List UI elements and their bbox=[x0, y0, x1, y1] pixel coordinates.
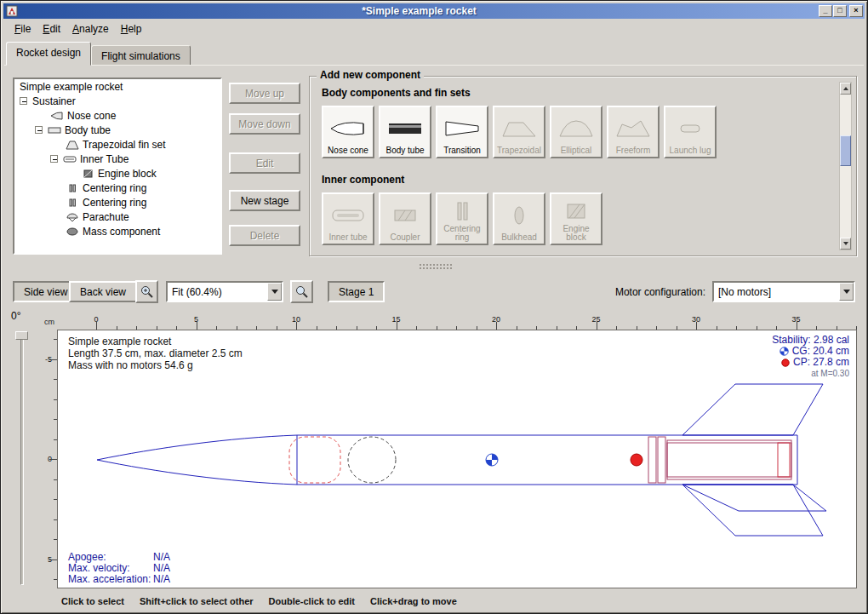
hint-click-select: Click to select bbox=[61, 596, 124, 606]
centering-ring-icon bbox=[66, 183, 79, 193]
max-acceleration-value: N/A bbox=[153, 574, 170, 585]
magnifier-icon bbox=[294, 284, 309, 299]
add-new-component-group: Add new component Body components and fi… bbox=[309, 76, 857, 256]
flight-info: Apogee:N/A Max. velocity:N/A Max. accele… bbox=[68, 552, 170, 585]
hint-click-drag: Click+drag to move bbox=[370, 596, 457, 606]
centering-ring-shape bbox=[658, 437, 665, 483]
scroll-up-icon[interactable] bbox=[840, 83, 851, 95]
menu-bar: File Edit Analyze Help bbox=[3, 20, 865, 37]
panel-divider bbox=[4, 65, 864, 66]
move-down-button: Move down bbox=[229, 113, 300, 135]
tree-item-trapezoidal-fin-set[interactable]: Trapezoidal fin set bbox=[14, 137, 220, 152]
add-centering-ring-button: Centering ring bbox=[436, 192, 488, 245]
tree-item-centering-ring-2[interactable]: Centering ring bbox=[14, 195, 220, 209]
tab-flight-simulations[interactable]: Flight simulations bbox=[91, 45, 191, 66]
app-icon bbox=[6, 5, 18, 17]
transition-icon bbox=[443, 118, 481, 140]
add-bulkhead-button: Bulkhead bbox=[493, 192, 545, 245]
rotation-slider-track bbox=[20, 333, 24, 585]
delete-button: Delete bbox=[229, 225, 300, 246]
cg-icon bbox=[779, 347, 789, 356]
rocket-canvas[interactable]: Simple example rocket Length 37.5 cm, ma… bbox=[57, 330, 857, 588]
title-bar: *Simple example rocket _ □ × bbox=[3, 3, 865, 19]
chevron-down-icon[interactable] bbox=[839, 283, 854, 301]
scrollbar-thumb[interactable] bbox=[840, 135, 851, 166]
fin-lower-projection bbox=[682, 485, 826, 511]
tree-item-nose-cone[interactable]: Nose cone bbox=[14, 108, 220, 123]
add-transition-button[interactable]: Transition bbox=[436, 106, 488, 158]
tree-item-mass-component[interactable]: Mass component bbox=[14, 224, 220, 238]
component-panel-scrollbar bbox=[839, 82, 852, 250]
scroll-down-icon[interactable] bbox=[840, 238, 851, 250]
back-view-button[interactable]: Back view bbox=[69, 281, 137, 302]
nose-cone-icon bbox=[50, 111, 64, 121]
rocket-name: Simple example rocket bbox=[68, 336, 243, 347]
add-nose-cone-button[interactable]: Nose cone bbox=[322, 106, 374, 158]
inner-tube-icon bbox=[329, 204, 367, 227]
menu-edit[interactable]: Edit bbox=[37, 21, 66, 37]
minimize-button[interactable]: _ bbox=[819, 5, 832, 17]
mass-component-outline bbox=[348, 437, 396, 483]
new-stage-button[interactable]: New stage bbox=[229, 190, 300, 211]
tree-item-inner-tube[interactable]: Inner Tube bbox=[14, 152, 220, 166]
rocket-info: Simple example rocket Length 37.5 cm, ma… bbox=[68, 336, 243, 371]
body-components-label: Body components and fin sets bbox=[322, 87, 471, 99]
add-freeform-fin-button: Freeform bbox=[607, 106, 660, 158]
add-elliptical-fin-button: Elliptical bbox=[550, 106, 602, 158]
engine-block-icon bbox=[81, 169, 94, 179]
group-title: Add new component bbox=[317, 69, 424, 81]
splitter-handle[interactable] bbox=[420, 264, 452, 269]
expander-minus-icon[interactable] bbox=[50, 155, 58, 163]
centering-ring-icon bbox=[443, 200, 481, 222]
zoom-fit-button[interactable] bbox=[290, 280, 313, 303]
rotation-slider-handle[interactable] bbox=[15, 331, 28, 340]
inner-tube-shape bbox=[667, 440, 791, 479]
tree-item-centering-ring-1[interactable]: Centering ring bbox=[14, 181, 220, 195]
add-coupler-button: Coupler bbox=[379, 192, 431, 245]
fin-lower-shape bbox=[682, 485, 823, 536]
edit-button: Edit bbox=[229, 152, 300, 174]
stage-1-toggle[interactable]: Stage 1 bbox=[328, 281, 385, 302]
trapezoidal-fin-icon bbox=[500, 118, 538, 140]
magnifier-icon bbox=[140, 284, 154, 299]
coupler-icon bbox=[386, 204, 424, 227]
tree-item-sustainer[interactable]: Sustainer bbox=[14, 94, 220, 108]
expander-minus-icon[interactable] bbox=[35, 126, 43, 134]
menu-analyze[interactable]: Analyze bbox=[66, 21, 115, 37]
vertical-ruler: -5 0 5 bbox=[42, 330, 57, 588]
centering-ring-icon bbox=[66, 198, 79, 208]
launch-lug-icon bbox=[671, 118, 709, 140]
add-body-tube-button[interactable]: Body tube bbox=[379, 106, 431, 158]
inner-component-label: Inner component bbox=[322, 174, 404, 186]
engine-block-shape bbox=[778, 443, 790, 477]
elliptical-fin-icon bbox=[557, 118, 595, 140]
status-bar: Click to select Shift+click to select ot… bbox=[3, 592, 865, 611]
zoom-level-select[interactable]: Fit (60.4%) bbox=[166, 281, 283, 302]
tree-item-rocket[interactable]: Simple example rocket bbox=[14, 79, 220, 94]
rocket-mass: Mass with no motors 54.6 g bbox=[68, 359, 243, 371]
motor-configuration-select[interactable]: [No motors] bbox=[712, 281, 855, 302]
parachute-icon bbox=[66, 212, 79, 222]
move-up-button: Move up bbox=[229, 83, 300, 104]
hint-double-click: Double-click to edit bbox=[269, 596, 355, 606]
tree-item-body-tube[interactable]: Body tube bbox=[14, 123, 220, 137]
menu-file[interactable]: File bbox=[9, 21, 37, 37]
tab-rocket-design[interactable]: Rocket design bbox=[6, 42, 91, 66]
tree-item-parachute[interactable]: Parachute bbox=[14, 209, 220, 224]
fin-set-icon bbox=[66, 140, 79, 150]
menu-help[interactable]: Help bbox=[115, 21, 148, 37]
cp-value: CP: 27.8 cm bbox=[793, 357, 849, 368]
application-window: *Simple example rocket _ □ × File Edit A… bbox=[0, 0, 868, 614]
expander-minus-icon[interactable] bbox=[20, 97, 27, 105]
rotation-angle-label: 0° bbox=[11, 310, 20, 322]
window-title: *Simple example rocket bbox=[20, 5, 818, 17]
stability-info: Stability: 2.98 cal CG: 20.4 cm CP: 27.8… bbox=[772, 335, 849, 379]
maximize-button[interactable]: □ bbox=[833, 5, 847, 17]
close-button[interactable]: × bbox=[849, 5, 863, 17]
tab-strip: Rocket design Flight simulations bbox=[6, 42, 191, 66]
horizontal-ruler: 0 5 10 15 20 25 30 35 bbox=[57, 315, 857, 330]
add-trapezoidal-fin-button: Trapezoidal bbox=[493, 106, 545, 158]
tree-item-engine-block[interactable]: Engine block bbox=[14, 166, 220, 181]
chevron-down-icon[interactable] bbox=[267, 283, 282, 301]
zoom-in-button[interactable] bbox=[135, 280, 158, 303]
